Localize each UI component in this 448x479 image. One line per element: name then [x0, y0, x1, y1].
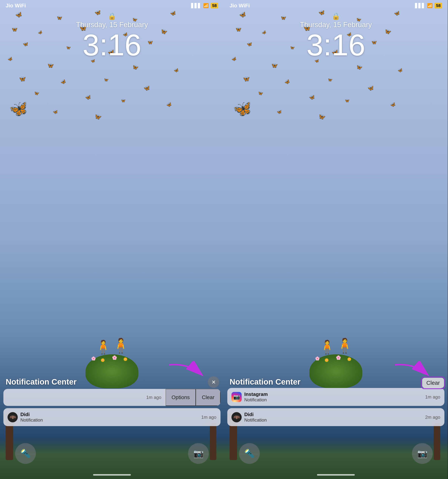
flashlight-icon-left: 🔦 — [20, 449, 31, 459]
camera-button-left[interactable]: 📷 — [188, 443, 209, 464]
notif-didi-left[interactable]: 🦇 Didi Notification 1m ago — [3, 408, 220, 426]
signal-icon-right: ▋▋▋ — [415, 3, 425, 8]
notif-area-left: 1m ago Options Clear 🦇 Didi Notification… — [0, 389, 224, 426]
date-left: Thursday, 15 February — [0, 21, 224, 29]
notif-didi-row-left: 🦇 Didi Notification 1m ago — [7, 412, 216, 423]
lock-icon-left: 🔒 — [108, 12, 116, 20]
notif-center-label-left: Notification Center — [6, 377, 77, 386]
wifi-icon-left: 📶 — [203, 3, 209, 8]
notif-instagram-text-right: Instagram Notification — [244, 391, 422, 403]
flashlight-button-right[interactable]: 🔦 — [239, 443, 260, 464]
battery-right: 58 — [435, 3, 442, 8]
options-button-left[interactable]: Options — [165, 389, 196, 406]
bottom-buttons-left: 🔦 📷 — [0, 443, 224, 464]
notif-instagram-time-right: 1m ago — [425, 394, 440, 400]
status-bar-right: Jio WiFi ▋▋▋ 📶 58 — [224, 0, 448, 11]
home-indicator-right — [317, 474, 355, 476]
x-icon-left: ✕ — [211, 379, 216, 385]
clear-button-right[interactable]: Clear — [422, 378, 444, 388]
notif-instagram-row-right: 📷 Instagram Notification 1m ago — [231, 391, 440, 403]
notif-didi-right[interactable]: 🦇 Didi Notification 2m ago — [227, 408, 444, 426]
camera-icon-right: 📷 — [417, 449, 428, 459]
date-right: Thursday, 15 February — [224, 21, 448, 29]
notif-instagram-content-right: Notification — [244, 397, 422, 403]
notif-didi-time-right: 2m ago — [425, 415, 440, 420]
notif-swiped-main-left: 1m ago — [3, 389, 165, 406]
carrier-right: Jio WiFi — [230, 3, 250, 9]
carrier-left: Jio WiFi — [6, 3, 26, 9]
bottom-buttons-right: 🔦 📷 — [224, 443, 448, 464]
notif-instagram-right[interactable]: 📷 Instagram Notification 1m ago — [227, 388, 444, 406]
clear-button-left[interactable]: Clear — [196, 389, 220, 406]
notif-swiped-left: 1m ago Options Clear — [3, 389, 220, 406]
notif-didi-content-right: Notification — [244, 417, 422, 423]
flashlight-icon-right: 🔦 — [244, 449, 255, 459]
date-time-left: Thursday, 15 February 3:16 — [0, 21, 224, 60]
status-icons-right: ▋▋▋ 📶 58 — [415, 3, 442, 8]
notif-didi-time-left: 1m ago — [201, 415, 216, 420]
notif-swiped-time-left: 1m ago — [146, 395, 161, 400]
signal-icon-left: ▋▋▋ — [191, 3, 201, 8]
battery-left: 58 — [211, 3, 218, 8]
lock-icon-right: 🔒 — [332, 12, 340, 20]
clear-button-border-right: Clear — [421, 377, 445, 389]
notif-didi-text-right: Didi Notification — [244, 412, 422, 423]
camera-icon-left: 📷 — [193, 449, 204, 459]
x-button-left[interactable]: ✕ — [208, 376, 219, 388]
notif-didi-content-left: Notification — [20, 417, 199, 423]
instagram-icon-right: 📷 — [231, 392, 242, 402]
batman-icon-left: 🦇 — [7, 412, 18, 422]
instagram-glyph: 📷 — [233, 394, 240, 400]
wifi-icon-right: 📶 — [427, 3, 433, 8]
notif-didi-name-left: Didi — [20, 412, 199, 417]
notif-actions-left: Options Clear — [165, 389, 220, 406]
phone-right: 🦋 🦋 🦋 🦋 🦋 🦋 🦋 🦋 🦋 🦋 🦋 🦋 🦋 🦋 🦋 🦋 🦋 🦋 🦋 🦋 … — [224, 0, 448, 479]
date-time-right: Thursday, 15 February 3:16 — [224, 21, 448, 60]
flashlight-button-left[interactable]: 🔦 — [15, 443, 36, 464]
home-indicator-left — [93, 474, 131, 476]
camera-button-right[interactable]: 📷 — [412, 443, 433, 464]
notif-area-right: 📷 Instagram Notification 1m ago 🦇 Didi N… — [224, 388, 448, 426]
status-bar-left: Jio WiFi ▋▋▋ 📶 58 — [0, 0, 224, 11]
arrow-left — [165, 361, 207, 385]
time-left: 3:16 — [0, 30, 224, 60]
status-icons-left: ▋▋▋ 📶 58 — [191, 3, 218, 8]
notif-instagram-name-right: Instagram — [244, 391, 422, 397]
time-right: 3:16 — [224, 30, 448, 60]
notif-didi-name-right: Didi — [244, 412, 422, 417]
notif-center-label-right: Notification Center — [230, 377, 301, 386]
batman-icon-right: 🦇 — [231, 412, 242, 422]
notif-didi-row-right: 🦇 Didi Notification 2m ago — [231, 412, 440, 423]
notif-didi-text-left: Didi Notification — [20, 412, 199, 423]
phone-left: 🦋 🦋 🦋 🦋 🦋 🦋 🦋 🦋 🦋 🦋 🦋 🦋 🦋 🦋 🦋 🦋 🦋 🦋 🦋 🦋 … — [0, 0, 224, 479]
clear-button-container-right: Clear — [421, 377, 445, 389]
